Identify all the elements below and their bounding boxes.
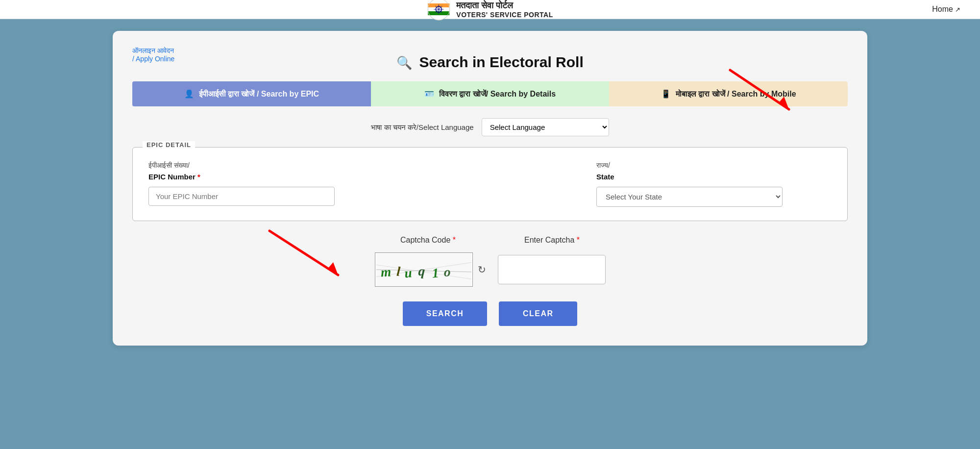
external-link-icon: ↗ [955,6,960,13]
tab-search-by-details[interactable]: 🪪 विवरण द्वारा खोजें/ Search by Details [371,81,610,106]
captcha-inputs-row: m l u q 1 o ↻ [375,252,606,287]
enter-captcha-required-star: * [577,236,580,244]
captcha-code-label: Captcha Code * [400,236,456,245]
captcha-image: m l u q 1 o [375,252,473,287]
tab-mobile-icon: 📱 [661,89,671,99]
tab-details-icon: 🪪 [424,89,434,99]
tabs-row: 👤 ईपीआईसी द्वारा खोजें / Search by EPIC … [132,81,848,106]
header: मतदाता सेवा पोर्टल VOTERS' SERVICE PORTA… [0,0,980,19]
language-row: भाषा का चयन करे/Select Language Select L… [132,118,848,136]
epic-detail-box: EPIC DETAIL ईपीआईसी संख्या/ EPIC Number … [132,147,848,221]
main-card: ऑनलाइन आवेदन / Apply Online 🔍 Search in … [113,31,867,346]
search-icon: 🔍 [396,55,412,70]
header-title-hindi: मतदाता सेवा पोर्टल [456,0,513,11]
epic-detail-legend: EPIC DETAIL [143,141,195,149]
svg-text:q: q [418,264,425,279]
apply-online-label[interactable]: Apply Online [136,55,174,63]
captcha-section: Captcha Code * Enter Captcha * [132,236,848,287]
captcha-refresh-icon[interactable]: ↻ [478,264,486,275]
tab-details-label: विवरण द्वारा खोजें/ Search by Details [439,90,556,99]
epic-number-label-english: EPIC Number * [148,173,384,181]
clear-button[interactable]: CLEAR [499,301,577,326]
captcha-labels-row: Captcha Code * Enter Captcha * [400,236,580,245]
buttons-row: SEARCH CLEAR [132,301,848,326]
epic-fields-row: ईपीआईसी संख्या/ EPIC Number * राज्य/ Sta… [148,161,832,207]
tab-search-by-epic[interactable]: 👤 ईपीआईसी द्वारा खोजें / Search by EPIC [132,81,371,106]
captcha-required-star: * [453,236,456,244]
captcha-svg: m l u q 1 o [375,253,472,286]
enter-captcha-label: Enter Captcha * [524,236,580,245]
page-title-text: Search in Electoral Roll [419,54,584,70]
captcha-image-wrap: m l u q 1 o ↻ [375,252,486,287]
tab-epic-icon: 👤 [184,89,194,99]
svg-text:m: m [380,264,392,279]
state-group: राज्य/ State Select Your State Andhra Pr… [596,161,832,207]
language-label: भाषा का चयन करे/Select Language [371,123,473,132]
state-select[interactable]: Select Your State Andhra Pradesh Arunach… [596,187,783,207]
epic-number-group: ईपीआईसी संख्या/ EPIC Number * [148,161,384,206]
home-link[interactable]: Home ↗ [932,5,960,14]
header-title-english: VOTERS' SERVICE PORTAL [456,11,553,19]
header-center: मतदाता सेवा पोर्टल VOTERS' SERVICE PORTA… [427,0,553,21]
svg-text:u: u [404,265,413,280]
epic-required-star: * [197,173,200,181]
state-label-english: State [596,173,832,181]
svg-text:o: o [443,265,451,279]
epic-number-input[interactable] [148,187,335,206]
state-label-hindi: राज्य/ [596,161,832,170]
language-select[interactable]: Select Language Hindi English Marathi Be… [482,118,609,136]
search-button[interactable]: SEARCH [403,301,488,326]
tab-mobile-label: मोबाइल द्वारा खोजें / Search by Mobile [676,90,796,99]
header-title-block: मतदाता सेवा पोर्टल VOTERS' SERVICE PORTA… [456,0,553,19]
svg-text:1: 1 [431,266,439,281]
epic-number-label-hindi: ईपीआईसी संख्या/ [148,161,384,170]
eci-logo [427,0,450,21]
tab-epic-label: ईपीआईसी द्वारा खोजें / Search by EPIC [199,90,319,99]
captcha-input[interactable] [498,255,606,284]
tab-search-by-mobile[interactable]: 📱 मोबाइल द्वारा खोजें / Search by Mobile [609,81,848,106]
home-label: Home [932,5,953,14]
